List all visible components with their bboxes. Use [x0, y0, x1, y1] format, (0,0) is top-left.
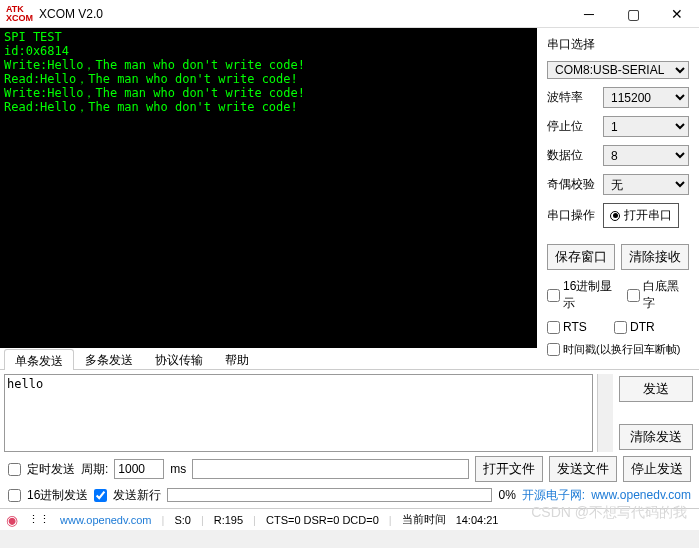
tab-single-send[interactable]: 单条发送	[4, 349, 74, 370]
status-indicator-icon: ◉	[6, 512, 18, 528]
ms-label: ms	[170, 462, 186, 476]
status-cts: CTS=0 DSR=0 DCD=0	[266, 514, 379, 526]
tab-help[interactable]: 帮助	[214, 348, 260, 369]
timestamp-checkbox[interactable]	[547, 343, 560, 356]
hex-display-checkbox[interactable]	[547, 289, 560, 302]
send-button[interactable]: 发送	[619, 376, 693, 402]
status-sent: S:0	[174, 514, 191, 526]
minimize-button[interactable]: ─	[567, 0, 611, 28]
status-received: R:195	[214, 514, 243, 526]
rts-checkbox[interactable]	[547, 321, 560, 334]
port-select[interactable]: COM8:USB-SERIAL	[547, 61, 689, 79]
open-port-button[interactable]: 打开串口	[603, 203, 679, 228]
timed-send-checkbox[interactable]	[8, 463, 21, 476]
openedv-label: 开源电子网:	[522, 487, 585, 504]
status-time: 14:04:21	[456, 514, 499, 526]
close-button[interactable]: ✕	[655, 0, 699, 28]
parity-label: 奇偶校验	[547, 176, 597, 193]
hex-send-checkbox[interactable]	[8, 489, 21, 502]
status-site-link[interactable]: www.openedv.com	[60, 514, 152, 526]
status-time-label: 当前时间	[402, 512, 446, 527]
maximize-button[interactable]: ▢	[611, 0, 655, 28]
period-label: 周期:	[81, 461, 108, 478]
tab-multi-send[interactable]: 多条发送	[74, 348, 144, 369]
port-status-icon	[610, 211, 620, 221]
save-window-button[interactable]: 保存窗口	[547, 244, 615, 270]
data-label: 数据位	[547, 147, 597, 164]
period-input[interactable]	[114, 459, 164, 479]
progress-percent: 0%	[498, 488, 515, 502]
parity-select[interactable]: 无	[603, 174, 689, 195]
openedv-link[interactable]: www.openedv.com	[591, 488, 691, 502]
window-title: XCOM V2.0	[39, 7, 567, 21]
port-op-label: 串口操作	[547, 207, 597, 224]
port-section-label: 串口选择	[547, 36, 689, 53]
stop-send-button[interactable]: 停止发送	[623, 456, 691, 482]
tab-protocol[interactable]: 协议传输	[144, 348, 214, 369]
terminal-output[interactable]: SPI TEST id:0x6814 Write:Hello，The man w…	[0, 28, 537, 348]
open-file-button[interactable]: 打开文件	[475, 456, 543, 482]
white-bg-checkbox[interactable]	[627, 289, 640, 302]
clear-receive-button[interactable]: 清除接收	[621, 244, 689, 270]
scrollbar[interactable]	[597, 374, 613, 452]
file-path-input[interactable]	[192, 459, 469, 479]
progress-bar	[167, 488, 492, 502]
clear-send-button[interactable]: 清除发送	[619, 424, 693, 450]
baud-select[interactable]: 115200	[603, 87, 689, 108]
send-file-button[interactable]: 发送文件	[549, 456, 617, 482]
app-logo: ATKXCOM	[6, 5, 33, 23]
stop-select[interactable]: 1	[603, 116, 689, 137]
dtr-checkbox[interactable]	[614, 321, 627, 334]
send-input[interactable]	[4, 374, 593, 452]
grip-icon: ⋮⋮	[28, 513, 50, 526]
data-select[interactable]: 8	[603, 145, 689, 166]
baud-label: 波特率	[547, 89, 597, 106]
send-newline-checkbox[interactable]	[94, 489, 107, 502]
stop-label: 停止位	[547, 118, 597, 135]
